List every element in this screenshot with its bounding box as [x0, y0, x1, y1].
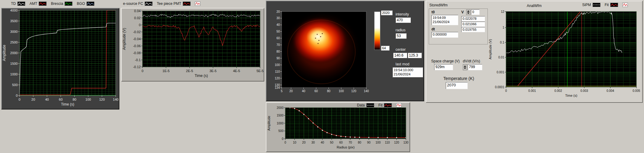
svg-text:Time (s): Time (s): [565, 94, 577, 97]
array-index-value[interactable]: 0: [471, 9, 480, 15]
svg-text:10: 10: [293, 141, 297, 144]
spin-up-icon[interactable]: [464, 65, 466, 67]
svg-text:100: 100: [375, 141, 381, 144]
legend-item-brescia[interactable]: Brescia: [51, 2, 72, 6]
legend-item-amt[interactable]: AMT: [30, 2, 47, 6]
svg-text:3000: 3000: [10, 30, 18, 33]
svg-text:2E-5: 2E-5: [186, 69, 193, 73]
svg-text:134: 134: [275, 86, 280, 89]
array-index-control[interactable]: 0: [466, 9, 480, 15]
legend-item-e-source-fc[interactable]: e-source FC: [123, 2, 153, 6]
color-ramp[interactable]: [374, 12, 380, 50]
svg-text:60: 60: [59, 98, 62, 101]
ramp-min-value[interactable]: 64: [381, 46, 389, 50]
svg-text:40: 40: [45, 98, 49, 101]
svg-text:500: 500: [12, 83, 18, 87]
storedwfm-cluster: t0 19:54:09 21/06/2024 dt 0.000000 V 0 0…: [429, 9, 488, 44]
svg-text:100: 100: [339, 89, 344, 93]
legend-label: Fit: [605, 3, 609, 7]
svg-text:110: 110: [385, 141, 390, 144]
lastmod-label: last mod: [396, 62, 409, 66]
svg-text:-0.02: -0.02: [133, 30, 141, 34]
legend-item-td[interactable]: TD: [11, 2, 25, 6]
svg-text:130: 130: [403, 141, 409, 144]
graph-palette-icon[interactable]: [396, 103, 402, 107]
dt-label: dt: [431, 27, 435, 31]
svg-text:80: 80: [276, 50, 280, 53]
stored-values: 0.0220780.0210660.019755: [461, 16, 485, 33]
radial-profile-panel: 0102030405060708090100110120130050010001…: [266, 102, 410, 152]
legend-plot-glyph: [593, 3, 600, 7]
legend-item-tee-piece-pmt[interactable]: Tee piece PMT: [157, 2, 191, 6]
svg-text:1500: 1500: [277, 114, 284, 117]
legend-label: SiPM: [582, 3, 591, 7]
graph-palette-icon[interactable]: [622, 3, 628, 7]
svg-text:0.1: 0.1: [500, 41, 504, 44]
svg-text:40: 40: [276, 23, 280, 26]
spin-down-icon[interactable]: [467, 12, 470, 14]
legend-label: AMT: [30, 2, 37, 6]
svg-text:-0.12: -0.12: [133, 65, 141, 69]
index-spin-buttons[interactable]: [466, 9, 470, 15]
svg-text:80: 80: [358, 141, 361, 144]
legend-plot-glyph: [65, 2, 72, 6]
labview-front-panel: TDAMTBresciaBGO 020406080100120140050010…: [0, 0, 644, 153]
dvdt-spin-buttons[interactable]: [463, 64, 467, 70]
center-label: center: [396, 47, 406, 52]
legend-label: e-source FC: [123, 2, 143, 6]
dvdt-value[interactable]: 799: [468, 64, 482, 70]
svg-text:0: 0: [282, 137, 283, 141]
spin-up-icon[interactable]: [467, 10, 470, 12]
svg-text:0: 0: [139, 23, 141, 27]
stored-value: 0.022078: [461, 16, 485, 21]
legend-plot-glyph: [39, 2, 47, 6]
graph-palette-icon[interactable]: [195, 2, 200, 6]
legend-plot-glyph: [183, 2, 191, 6]
svg-text:140: 140: [113, 98, 118, 101]
legend-plot-glyph: [610, 3, 618, 7]
svg-text:0.005: 0.005: [632, 89, 640, 92]
legend-item-data[interactable]: Data: [357, 103, 374, 107]
legend-plot-glyph: [384, 103, 392, 107]
svg-text:5: 5: [281, 89, 283, 93]
svg-text:2500: 2500: [10, 40, 18, 44]
svg-text:20: 20: [276, 10, 280, 13]
svg-text:90: 90: [367, 141, 371, 144]
svg-text:90: 90: [276, 57, 280, 60]
t0-value: 19:54:09 21/06/2024: [431, 15, 458, 25]
svg-text:0.001: 0.001: [497, 71, 504, 74]
esource-graph[interactable]: 01E-52E-53E-54E-55E-5-0.12-0.1-0.08-0.06…: [122, 9, 264, 82]
ramp-max-value[interactable]: 2020: [381, 10, 392, 15]
td-graph-legend: TDAMTBresciaBGO: [11, 2, 94, 6]
space-charge-value[interactable]: 929m: [434, 64, 453, 70]
legend-label: Tee piece PMT: [157, 2, 181, 6]
svg-text:30: 30: [311, 141, 315, 144]
svg-text:50: 50: [276, 30, 280, 33]
svg-text:60: 60: [276, 37, 280, 40]
analwfm-graph[interactable]: 00.0010.0020.0030.0040.0050.00010.0010.0…: [488, 9, 640, 100]
svg-text:20: 20: [302, 141, 306, 144]
radial-profile-graph[interactable]: 0102030405060708090100110120130050010001…: [266, 103, 410, 153]
td-graph[interactable]: 0204060801001201400500100015002000250030…: [2, 9, 119, 110]
svg-text:0: 0: [505, 89, 507, 92]
svg-text:0.003: 0.003: [580, 89, 588, 92]
beam-image-display[interactable]: 5204060801001201402030405060708090100110…: [266, 9, 371, 100]
svg-text:70: 70: [276, 43, 280, 47]
legend-item-sipm[interactable]: SiPM: [582, 3, 600, 7]
values-column-header: V: [461, 10, 464, 14]
svg-text:-0.1: -0.1: [135, 58, 141, 62]
svg-text:1: 1: [502, 26, 504, 29]
lastmod-date: 21/06/2024: [394, 72, 422, 76]
svg-text:110: 110: [275, 70, 280, 73]
legend-item-bgo[interactable]: BGO: [77, 2, 94, 6]
svg-text:3E-5: 3E-5: [209, 69, 216, 73]
spin-down-icon[interactable]: [464, 68, 466, 69]
svg-text:Amplitude: Amplitude: [2, 45, 6, 61]
svg-text:0.001: 0.001: [528, 89, 536, 92]
legend-item-fit[interactable]: Fit: [605, 3, 618, 7]
radial-profile-legend: DataFit: [357, 103, 402, 107]
analysis-panel: StoredWfm t0 19:54:09 21/06/2024 dt 0.00…: [426, 1, 643, 103]
legend-item-fit[interactable]: Fit: [378, 103, 392, 107]
svg-text:120: 120: [275, 77, 280, 80]
dvdt-control[interactable]: 799: [463, 64, 482, 70]
